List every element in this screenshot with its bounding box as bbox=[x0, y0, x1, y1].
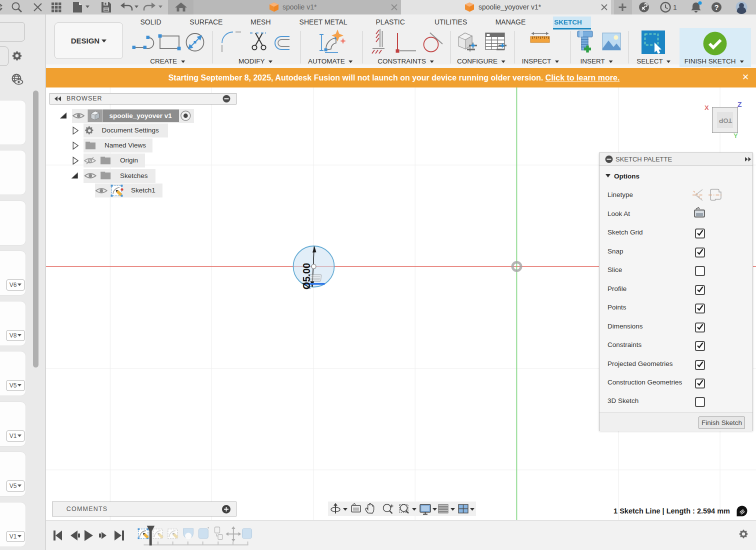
svg-text:?: ? bbox=[714, 3, 718, 12]
svg-text:1: 1 bbox=[673, 4, 677, 12]
